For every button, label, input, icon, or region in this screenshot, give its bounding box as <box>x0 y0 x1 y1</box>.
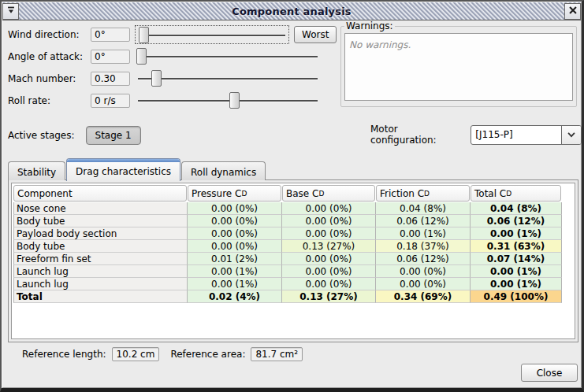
table-cell[interactable]: 0.00 (1%) <box>471 265 562 278</box>
table-row-component[interactable]: Body tube <box>13 240 188 253</box>
table-row-component[interactable]: Launch lug <box>13 265 188 278</box>
table-row-component[interactable]: Nose cone <box>13 202 188 215</box>
mach-number-field[interactable]: 0.30 <box>91 72 130 86</box>
table-cell[interactable]: 0.00 (1%) <box>188 278 282 290</box>
table-cell[interactable]: 0.06 (12%) <box>471 215 562 227</box>
reference-row: Reference length: 10.2 cm Reference area… <box>22 346 314 362</box>
drag-characteristics-panel: ComponentPressure CDBase CDFriction CDTo… <box>8 179 578 342</box>
close-button[interactable]: Close <box>521 364 578 382</box>
table-cell[interactable]: 0.00 (0%) <box>282 227 376 240</box>
motor-configuration-label: Motor configuration: <box>370 124 464 146</box>
window-title: Component analysis <box>19 6 564 17</box>
table-row-component[interactable]: Body tube <box>13 215 188 227</box>
column-header-component[interactable]: Component <box>13 185 187 202</box>
column-header-pressure-c[interactable]: Pressure CD <box>188 185 281 202</box>
analysis-tabs: StabilityDrag characteristicsRoll dynami… <box>8 157 266 180</box>
table-row-component[interactable]: Launch lug <box>13 278 188 290</box>
angle-of-attack-slider-handle[interactable] <box>136 48 147 65</box>
column-header-total-c[interactable]: Total CD <box>471 185 561 202</box>
roll-rate-field[interactable]: 0 r/s <box>91 94 130 108</box>
angle-of-attack-label: Angle of attack: <box>8 51 91 62</box>
no-warnings-text: No warnings. <box>349 39 411 50</box>
table-cell[interactable]: 0.31 (63%) <box>471 240 562 253</box>
table-cell[interactable]: 0.00 (0%) <box>188 215 282 227</box>
table-cell[interactable]: 0.00 (0%) <box>188 240 282 253</box>
stage-1-toggle-button[interactable]: Stage 1 <box>86 126 141 145</box>
wind-direction-label: Wind direction: <box>8 29 91 40</box>
table-cell[interactable]: 0.00 (1%) <box>471 278 562 290</box>
table-cell[interactable]: 0.00 (0%) <box>188 227 282 240</box>
table-cell[interactable]: 0.01 (2%) <box>188 253 282 265</box>
table-cell[interactable]: 0.04 (8%) <box>376 202 471 215</box>
table-cell[interactable]: 0.13 (27%) <box>282 240 376 253</box>
reference-length-label: Reference length: <box>22 349 106 360</box>
motor-configuration-value: [J115-P] <box>471 126 561 144</box>
table-cell[interactable]: 0.00 (1%) <box>188 265 282 278</box>
angle-of-attack-slider[interactable] <box>135 47 321 66</box>
motor-configuration-select[interactable]: [J115-P] <box>471 125 582 145</box>
close-icon <box>567 5 578 18</box>
mach-number-slider[interactable] <box>135 69 321 88</box>
mach-number-slider-handle[interactable] <box>151 70 162 87</box>
table-cell[interactable]: 0.18 (37%) <box>376 240 471 253</box>
tab-drag-characteristics[interactable]: Drag characteristics <box>66 158 180 181</box>
reference-length-value: 10.2 cm <box>112 347 160 361</box>
warnings-title: Warnings: <box>344 20 395 31</box>
worst-button[interactable]: Worst <box>294 26 337 43</box>
table-cell[interactable]: 0.00 (0%) <box>282 278 376 290</box>
close-window-button[interactable] <box>564 3 581 20</box>
table-cell[interactable]: 0.00 (0%) <box>282 253 376 265</box>
reference-area-value: 81.7 cm² <box>251 347 303 361</box>
active-stages-label: Active stages: <box>8 130 75 141</box>
drag-table-scrollpane[interactable]: ComponentPressure CDBase CDFriction CDTo… <box>11 183 575 339</box>
drag-table: ComponentPressure CDBase CDFriction CDTo… <box>13 185 562 303</box>
roll-rate-slider[interactable] <box>135 91 321 110</box>
warnings-group: Warnings: No warnings. <box>340 20 577 107</box>
table-cell[interactable]: 0.00 (1%) <box>471 227 562 240</box>
table-row-component[interactable]: Total <box>13 290 188 303</box>
angle-of-attack-field[interactable]: 0° <box>91 50 130 64</box>
column-header-friction-c[interactable]: Friction CD <box>376 185 470 202</box>
mach-number-label: Mach number: <box>8 73 91 84</box>
table-cell[interactable]: 0.02 (4%) <box>188 290 282 303</box>
warnings-list: No warnings. <box>344 33 573 101</box>
wind-direction-slider-handle[interactable] <box>139 27 149 43</box>
tab-stability[interactable]: Stability <box>8 161 65 180</box>
column-header-base-c[interactable]: Base CD <box>282 185 375 202</box>
titlebar[interactable]: Component analysis <box>2 2 581 20</box>
table-cell[interactable]: 0.07 (14%) <box>471 253 562 265</box>
table-cell[interactable]: 0.04 (8%) <box>471 202 562 215</box>
table-cell[interactable]: 0.00 (1%) <box>376 227 471 240</box>
active-stages-row: Active stages: Stage 1 <box>8 124 141 146</box>
reference-area-label: Reference area: <box>170 349 245 360</box>
chevron-down-icon <box>561 126 581 144</box>
table-cell[interactable]: 0.06 (12%) <box>376 215 471 227</box>
table-cell[interactable]: 0.00 (0%) <box>282 265 376 278</box>
window-menu-button[interactable] <box>2 3 19 20</box>
roll-rate-label: Roll rate: <box>8 95 91 106</box>
table-cell[interactable]: 0.00 (0%) <box>282 202 376 215</box>
window-menu-icon <box>6 5 17 18</box>
table-cell[interactable]: 0.00 (0%) <box>282 215 376 227</box>
analysis-controls: Wind direction:0°WorstAngle of attack:0°… <box>8 24 339 112</box>
table-cell[interactable]: 0.00 (0%) <box>188 202 282 215</box>
table-cell[interactable]: 0.49 (100%) <box>471 290 562 303</box>
wind-direction-slider[interactable] <box>135 25 289 44</box>
wind-direction-field[interactable]: 0° <box>91 28 130 42</box>
tab-roll-dynamics[interactable]: Roll dynamics <box>181 161 266 180</box>
table-cell[interactable]: 0.13 (27%) <box>282 290 376 303</box>
motor-configuration-row: Motor configuration: [J115-P] <box>370 124 582 146</box>
table-cell[interactable]: 0.00 (0%) <box>376 278 471 290</box>
table-cell[interactable]: 0.06 (12%) <box>376 253 471 265</box>
roll-rate-slider-handle[interactable] <box>229 92 240 109</box>
table-cell[interactable]: 0.34 (69%) <box>376 290 471 303</box>
table-row-component[interactable]: Payload body section <box>13 227 188 240</box>
table-row-component[interactable]: Freeform fin set <box>13 253 188 265</box>
component-analysis-dialog: Component analysis Wind direction:0°Wors… <box>0 0 584 392</box>
table-cell[interactable]: 0.00 (0%) <box>376 265 471 278</box>
